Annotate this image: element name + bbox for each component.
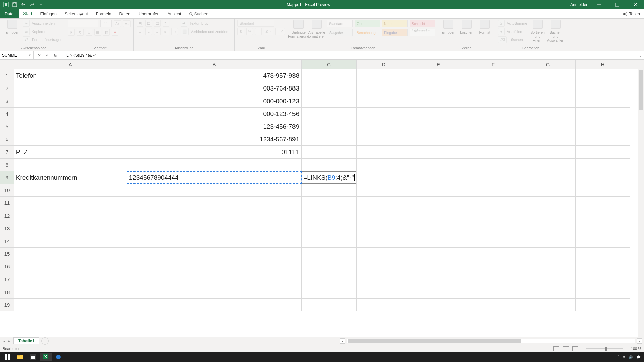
italic-button[interactable]: K — [77, 29, 84, 36]
delete-cells-button[interactable]: Löschen — [459, 20, 474, 34]
hscroll-right-icon[interactable]: ▸ — [637, 338, 642, 344]
minimize-button[interactable] — [592, 0, 606, 9]
cell-C2[interactable] — [302, 82, 356, 95]
cell-D5[interactable] — [356, 120, 411, 133]
zoom-in-icon[interactable]: + — [626, 347, 628, 351]
cell-H14[interactable] — [575, 235, 630, 248]
cancel-formula-icon[interactable]: ✕ — [36, 53, 42, 58]
underline-button[interactable]: U — [86, 29, 92, 36]
cell-B1[interactable]: 478-957-938 — [127, 69, 302, 82]
cell-D11[interactable] — [356, 197, 411, 209]
indent-dec-icon[interactable]: ⇤ — [163, 28, 169, 35]
col-header-F[interactable]: F — [466, 60, 521, 69]
style-standard[interactable]: Standard — [327, 20, 353, 27]
col-header-B[interactable]: B — [127, 60, 302, 69]
cell-C4[interactable] — [302, 108, 356, 120]
tab-daten[interactable]: Daten — [115, 9, 135, 18]
sheet-nav-last-icon[interactable]: ▸ — [8, 339, 10, 343]
cell-G13[interactable] — [521, 222, 575, 235]
cond-format-button[interactable]: Bedingte Formatierung — [291, 20, 306, 38]
name-box[interactable]: SUMME ▼ — [0, 51, 34, 59]
row-header-2[interactable]: 2 — [0, 82, 14, 95]
qat-customize-icon[interactable] — [38, 1, 44, 8]
cell-C17[interactable] — [302, 273, 356, 286]
taskbar-store-icon[interactable] — [27, 353, 39, 361]
autosum-button[interactable]: ΣAutoSumme — [498, 20, 527, 27]
cell-B17[interactable] — [127, 273, 302, 286]
cell-H15[interactable] — [575, 248, 630, 260]
cell-E13[interactable] — [411, 222, 466, 235]
cell-B12[interactable] — [127, 209, 302, 222]
cell-H17[interactable] — [575, 273, 630, 286]
sort-filter-button[interactable]: Sortieren und Filtern — [530, 20, 545, 42]
cell-E19[interactable] — [411, 299, 466, 311]
cell-F10[interactable] — [466, 184, 521, 197]
view-page-layout-icon[interactable] — [563, 346, 569, 351]
find-select-button[interactable]: Suchen und Auswählen — [548, 20, 564, 42]
tray-notifications-icon[interactable]: 💬 — [636, 355, 641, 359]
comma-icon[interactable]: , — [255, 28, 262, 35]
cell-F15[interactable] — [466, 248, 521, 260]
cell-D16[interactable] — [356, 260, 411, 273]
row-header-15[interactable]: 15 — [0, 248, 14, 260]
formula-input[interactable]: =LINKS(B9;4)&"-" — [61, 51, 636, 59]
cell-C9[interactable]: =LINKS(B9;4)&"-" — [302, 171, 356, 184]
start-button[interactable] — [1, 353, 13, 361]
fill-button[interactable]: ▾Ausfüllen — [498, 28, 527, 35]
tab-ansicht[interactable]: Ansicht — [164, 9, 185, 18]
cell-B5[interactable]: 123-456-789 — [127, 120, 302, 133]
cell-E9[interactable] — [411, 171, 466, 184]
inc-decimal-icon[interactable]: .0→ — [264, 28, 273, 35]
align-bottom-icon[interactable]: ⬓ — [154, 20, 161, 27]
cell-E1[interactable] — [411, 69, 466, 82]
cell-A15[interactable] — [14, 248, 127, 260]
cell-E18[interactable] — [411, 286, 466, 299]
style-gut[interactable]: Gut — [355, 20, 380, 27]
cell-A11[interactable] — [14, 197, 127, 209]
select-all-corner[interactable] — [0, 60, 14, 69]
file-tab[interactable]: Datei — [0, 9, 19, 18]
cell-C1[interactable] — [302, 69, 356, 82]
font-color-button[interactable]: A — [112, 29, 118, 36]
dec-decimal-icon[interactable]: ←.0 — [275, 28, 285, 35]
chevron-down-icon[interactable]: ▼ — [28, 54, 31, 57]
cell-A13[interactable] — [14, 222, 127, 235]
cell-F19[interactable] — [466, 299, 521, 311]
cell-E14[interactable] — [411, 235, 466, 248]
cell-A8[interactable] — [14, 159, 127, 171]
cell-G2[interactable] — [521, 82, 575, 95]
paste-button[interactable]: Einfügen — [5, 20, 20, 34]
cell-F14[interactable] — [466, 235, 521, 248]
cell-E12[interactable] — [411, 209, 466, 222]
sheet-nav-first-icon[interactable]: ◂ — [3, 339, 5, 343]
cell-B15[interactable] — [127, 248, 302, 260]
row-header-3[interactable]: 3 — [0, 95, 14, 108]
cell-C6[interactable] — [302, 133, 356, 146]
cell-G19[interactable] — [521, 299, 575, 311]
cell-G11[interactable] — [521, 197, 575, 209]
row-header-7[interactable]: 7 — [0, 146, 14, 159]
cell-F3[interactable] — [466, 95, 521, 108]
cell-A5[interactable] — [14, 120, 127, 133]
cell-C12[interactable] — [302, 209, 356, 222]
cell-B13[interactable] — [127, 222, 302, 235]
cell-B7[interactable]: 01111 — [127, 146, 302, 159]
align-top-icon[interactable]: ⬒ — [137, 20, 143, 27]
col-header-H[interactable]: H — [575, 60, 630, 69]
cell-D9[interactable] — [356, 171, 411, 184]
cell-H7[interactable] — [575, 146, 630, 159]
tray-volume-icon[interactable]: 🔊 — [629, 355, 633, 359]
maximize-button[interactable] — [610, 0, 625, 9]
taskbar-explorer-icon[interactable] — [14, 353, 26, 361]
insert-cells-button[interactable]: Einfügen — [441, 20, 456, 34]
cell-H1[interactable] — [575, 69, 630, 82]
number-format-combo[interactable]: Standard — [237, 20, 274, 27]
cell-H4[interactable] — [575, 108, 630, 120]
indent-inc-icon[interactable]: ⇥ — [171, 28, 178, 35]
cell-F17[interactable] — [466, 273, 521, 286]
cell-D2[interactable] — [356, 82, 411, 95]
cell-F7[interactable] — [466, 146, 521, 159]
wrap-text-button[interactable]: ↵Textumbruch — [181, 20, 232, 27]
cell-B9[interactable]: 12345678904444 — [127, 171, 302, 184]
cell-H12[interactable] — [575, 209, 630, 222]
